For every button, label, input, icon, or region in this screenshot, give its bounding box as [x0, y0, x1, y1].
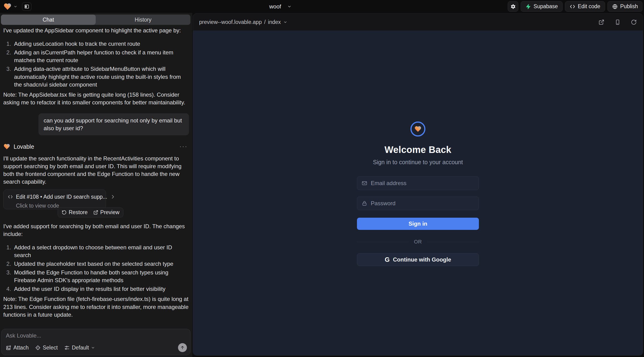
- mail-icon: [362, 180, 367, 186]
- topbar-actions: Supabase Edit code Publish: [508, 0, 642, 13]
- sign-in-button[interactable]: Sign in: [357, 218, 479, 230]
- chevron-right-icon: [110, 194, 116, 200]
- target-icon: [35, 345, 40, 350]
- tab-history[interactable]: History: [96, 14, 190, 25]
- lovable-app: woof Supabase Edit code Publish Chat: [0, 0, 644, 357]
- composer: Attach Select Default: [2, 329, 190, 355]
- project-title-dropdown[interactable]: woof: [269, 0, 292, 13]
- preview-panel: preview--woof.lovable.app / index Welcom…: [193, 13, 643, 356]
- preview-url-bar[interactable]: preview--woof.lovable.app / index: [199, 19, 287, 25]
- assistant-sender-row: Lovable ···: [3, 142, 189, 151]
- list-item: Adding useLocation hook to track the cur…: [13, 40, 189, 48]
- user-message-bubble: can you add support for searching not on…: [38, 113, 189, 135]
- gear-icon: [510, 4, 516, 10]
- email-field[interactable]: [357, 176, 479, 190]
- or-divider: OR: [357, 239, 479, 245]
- assistant-message-note: Note: The AppSidebar.tsx file is getting…: [3, 91, 189, 106]
- chat-panel: Chat History I've updated the AppSidebar…: [0, 13, 192, 357]
- page-title: Welcome Back: [384, 144, 451, 155]
- chevron-down-icon: [283, 20, 287, 24]
- image-plus-icon: [6, 345, 11, 350]
- sidebar-toggle-button[interactable]: [22, 2, 32, 11]
- supabase-label: Supabase: [534, 3, 558, 10]
- preview-tools: [598, 19, 637, 25]
- list-item: Added a select dropdown to choose betwee…: [13, 244, 189, 259]
- attach-button[interactable]: Attach: [6, 344, 28, 351]
- mobile-view-icon[interactable]: [615, 19, 620, 25]
- app-logo-ring: [410, 122, 426, 136]
- preview-domain: preview--woof.lovable.app: [199, 19, 262, 25]
- edit-card-title: Edit #108 • Add user ID search supp...: [16, 193, 107, 201]
- chevron-down-icon: [91, 346, 95, 350]
- edit-card-actions: Restore Preview: [58, 208, 123, 218]
- heart-icon: [414, 125, 422, 133]
- project-title: woof: [269, 3, 281, 10]
- globe-icon: [612, 4, 618, 10]
- external-link-icon: [93, 210, 98, 215]
- signin-card: Welcome Back Sign in to continue to your…: [357, 30, 479, 266]
- page-subtitle: Sign in to continue to your account: [373, 159, 463, 166]
- assistant-message-intro: I'll update the search functionality in …: [3, 154, 189, 186]
- preview-button[interactable]: Preview: [93, 209, 120, 216]
- assistant-message-summary: I've added support for searching by both…: [3, 222, 189, 238]
- tab-chat[interactable]: Chat: [1, 14, 96, 25]
- code-icon: [570, 4, 575, 10]
- publish-label: Publish: [620, 3, 638, 10]
- assistant-message-note: Note: The Edge Function file (fetch-fire…: [3, 295, 189, 318]
- edit-code-button[interactable]: Edit code: [565, 1, 605, 12]
- password-field[interactable]: [357, 196, 479, 210]
- chat-history-tabs: Chat History: [1, 14, 190, 25]
- preview-toolbar: preview--woof.lovable.app / index: [193, 14, 643, 30]
- divider-label: OR: [409, 239, 427, 245]
- open-in-new-tab-icon[interactable]: [598, 19, 604, 25]
- assistant-name: Lovable: [14, 142, 34, 151]
- assistant-message-list: Adding useLocation hook to track the cur…: [3, 40, 189, 88]
- assistant-message-list: Added a select dropdown to choose betwee…: [3, 244, 189, 293]
- divider-line: [427, 242, 479, 242]
- password-field-wrap: [357, 196, 479, 210]
- chat-messages: I've updated the AppSidebar component to…: [0, 26, 192, 327]
- restore-button[interactable]: Restore: [62, 209, 88, 216]
- list-item: Adding data-active attribute to SidebarM…: [13, 65, 189, 88]
- publish-button[interactable]: Publish: [608, 1, 642, 12]
- preview-path: index: [268, 19, 281, 25]
- lock-icon: [362, 200, 367, 206]
- url-separator: /: [264, 19, 266, 25]
- message-options-ellipsis-icon[interactable]: ···: [180, 142, 189, 151]
- select-element-button[interactable]: Select: [35, 344, 58, 351]
- chat-input[interactable]: [6, 332, 186, 343]
- lovable-avatar-heart-icon: [3, 143, 10, 150]
- arrow-up-icon: [180, 345, 185, 350]
- lovable-logo-heart-icon[interactable]: [3, 2, 12, 11]
- edit-version-card[interactable]: Edit #108 • Add user ID search supp... C…: [3, 190, 106, 209]
- edit-code-label: Edit code: [578, 3, 600, 10]
- supabase-bolt-icon: [525, 4, 531, 10]
- chat-mode-dropdown[interactable]: Default: [64, 344, 95, 351]
- assistant-message-closing: You can now search for users by either t…: [3, 326, 189, 327]
- divider-line: [357, 242, 409, 242]
- preview-iframe-content: Welcome Back Sign in to continue to your…: [193, 30, 643, 355]
- topbar-left: [3, 0, 32, 13]
- edit-card-wrap: Edit #108 • Add user ID search supp... C…: [3, 190, 189, 217]
- chevron-down-icon: [287, 4, 292, 9]
- list-item: Adding an isCurrentPath helper function …: [13, 48, 189, 64]
- list-item: Added the user ID display in the results…: [13, 285, 189, 293]
- google-g-icon: G: [385, 256, 390, 264]
- project-menu-chevron-down-icon[interactable]: [14, 5, 17, 8]
- list-item: Updated the placeholder text based on th…: [13, 260, 189, 268]
- send-button[interactable]: [178, 343, 187, 352]
- list-item: Modified the Edge Function to handle bot…: [13, 268, 189, 284]
- code-icon: [8, 194, 13, 200]
- composer-toolbar: Attach Select Default: [6, 343, 187, 352]
- supabase-button[interactable]: Supabase: [521, 1, 562, 12]
- edit-card-header: Edit #108 • Add user ID search supp...: [8, 193, 102, 201]
- restore-icon: [62, 210, 66, 215]
- assistant-message-intro: I've updated the AppSidebar component to…: [3, 26, 189, 34]
- continue-with-google-button[interactable]: G Continue with Google: [357, 253, 479, 266]
- settings-button[interactable]: [508, 1, 518, 12]
- refresh-icon[interactable]: [631, 19, 637, 25]
- sliders-icon: [64, 345, 70, 350]
- topbar: woof Supabase Edit code Publish: [0, 0, 644, 13]
- email-field-wrap: [357, 176, 479, 190]
- google-button-label: Continue with Google: [393, 256, 451, 263]
